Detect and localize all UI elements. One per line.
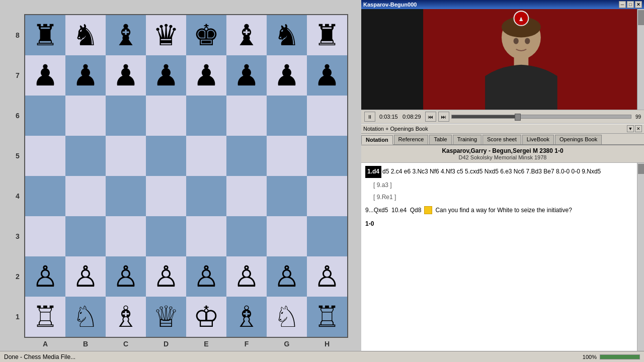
cell-a4[interactable] [25, 176, 65, 216]
cell-c7[interactable]: ♟ [106, 55, 146, 96]
chess-board[interactable]: ♜ ♞ ♝ ♛ ♚ ♝ ♞ ♜ ♟ ♟ ♟ ♟ ♟ ♟ ♟ ♟ [24, 14, 348, 338]
cell-g5[interactable] [267, 136, 307, 176]
cell-f4[interactable] [226, 176, 267, 216]
cell-c3[interactable] [106, 216, 146, 256]
cell-g4[interactable] [267, 176, 307, 216]
cell-g6[interactable] [267, 96, 307, 136]
cell-c4[interactable] [106, 176, 146, 216]
cell-g3[interactable] [267, 216, 307, 256]
cell-d3[interactable] [146, 216, 186, 256]
cell-d4[interactable] [146, 176, 186, 216]
cell-f7[interactable]: ♟ [226, 55, 267, 96]
tab-notation[interactable]: Notation [361, 135, 393, 145]
tab-reference[interactable]: Reference [394, 135, 429, 144]
video-scroll-thumb[interactable] [638, 10, 644, 25]
file-h: H [307, 340, 347, 348]
cell-d2[interactable]: ♙ [146, 256, 186, 297]
cell-b8[interactable]: ♞ [65, 15, 106, 55]
cell-f1[interactable]: ♗ [226, 297, 267, 337]
tab-scoresheet[interactable]: Score sheet [482, 135, 521, 144]
cell-a2[interactable]: ♙ [25, 256, 65, 297]
total-time: 0:08:29 [403, 114, 421, 120]
cell-a5[interactable] [25, 136, 65, 176]
cell-h3[interactable] [307, 216, 347, 256]
progress-thumb[interactable] [515, 114, 521, 121]
piece-pawn-black-b7: ♟ [72, 61, 99, 90]
cell-h7[interactable]: ♟ [307, 55, 347, 96]
cell-a3[interactable] [25, 216, 65, 256]
tab-openings-book[interactable]: Openings Book [555, 135, 602, 144]
cell-h8[interactable]: ♜ [307, 15, 347, 55]
notation-scrollbar[interactable] [637, 163, 644, 351]
cell-e1[interactable]: ♔ [186, 297, 226, 337]
restore-button[interactable]: □ [627, 1, 634, 8]
cell-c8[interactable]: ♝ [106, 15, 146, 55]
pause-button[interactable]: ⏸ [364, 112, 375, 122]
cell-h1[interactable]: ♖ [307, 297, 347, 337]
cell-g2[interactable]: ♙ [267, 256, 307, 297]
cell-g1[interactable]: ♘ [267, 297, 307, 337]
rank-5: 5 [13, 136, 22, 176]
cell-e2[interactable]: ♙ [186, 256, 226, 297]
notation-dropdown-button[interactable]: ▼ [627, 125, 634, 132]
piece-pawn-white-g2: ♙ [274, 262, 300, 291]
tab-training[interactable]: Training [453, 135, 481, 144]
cell-f5[interactable] [226, 136, 267, 176]
cell-h2[interactable]: ♙ [307, 256, 347, 297]
notation-close-button[interactable]: ✕ [635, 125, 642, 132]
cell-b6[interactable] [65, 96, 106, 136]
cell-e4[interactable] [186, 176, 226, 216]
cell-h6[interactable] [307, 96, 347, 136]
cell-e5[interactable] [186, 136, 226, 176]
cell-f3[interactable] [226, 216, 267, 256]
notation-content[interactable]: 1.d4 d5 2.c4 e6 3.Nc3 Nf6 4.Nf3 c5 5.cxd… [361, 163, 637, 351]
cell-b3[interactable] [65, 216, 106, 256]
cell-h5[interactable] [307, 136, 347, 176]
cell-d1[interactable]: ♕ [146, 297, 186, 337]
cell-a8[interactable]: ♜ [25, 15, 65, 55]
zoom-bar[interactable] [600, 354, 640, 359]
cell-a7[interactable]: ♟ [25, 55, 65, 96]
cell-f2[interactable]: ♙ [226, 256, 267, 297]
piece-pawn-black-c7: ♟ [113, 61, 139, 90]
cell-b4[interactable] [65, 176, 106, 216]
cell-b5[interactable] [65, 136, 106, 176]
forward-button[interactable]: ⏭ [438, 112, 449, 122]
cell-g8[interactable]: ♞ [267, 15, 307, 55]
move-1d4-highlight[interactable]: 1.d4 [365, 166, 381, 178]
cell-d6[interactable] [146, 96, 186, 136]
progress-bar[interactable] [451, 115, 631, 119]
rewind-button[interactable]: ⏮ [425, 112, 436, 122]
cell-f8[interactable]: ♝ [226, 15, 267, 55]
video-scrollbar[interactable] [637, 9, 644, 110]
cell-e7[interactable]: ♟ [186, 55, 226, 96]
cell-c6[interactable] [106, 96, 146, 136]
cell-e8[interactable]: ♚ [186, 15, 226, 55]
piece-pawn-black-h7: ♟ [314, 61, 340, 90]
cell-f6[interactable] [226, 96, 267, 136]
cell-c5[interactable] [106, 136, 146, 176]
cell-e6[interactable] [186, 96, 226, 136]
cell-d7[interactable]: ♟ [146, 55, 186, 96]
cell-b1[interactable]: ♘ [65, 297, 106, 337]
cell-c2[interactable]: ♙ [106, 256, 146, 297]
current-time: 0:03:15 [379, 114, 398, 120]
tab-livebook[interactable]: LiveBook [522, 135, 554, 144]
cell-e3[interactable] [186, 216, 226, 256]
cell-a1[interactable]: ♖ [25, 297, 65, 337]
cell-h4[interactable] [307, 176, 347, 216]
notation-scroll-thumb[interactable] [638, 164, 644, 174]
cell-a6[interactable] [25, 96, 65, 136]
tab-table[interactable]: Table [429, 135, 451, 144]
cell-b2[interactable]: ♙ [65, 256, 106, 297]
cell-d5[interactable] [146, 136, 186, 176]
cell-d8[interactable]: ♛ [146, 15, 186, 55]
cell-b7[interactable]: ♟ [65, 55, 106, 96]
close-button[interactable]: ✕ [635, 1, 642, 8]
piece-pawn-white-f2: ♙ [233, 262, 260, 291]
bottom-status: 100% [361, 351, 644, 362]
minimize-button[interactable]: ─ [619, 1, 626, 8]
cell-c1[interactable]: ♗ [106, 297, 146, 337]
title-bar: Kasparov-Begun000 ─ □ ✕ [361, 0, 644, 9]
cell-g7[interactable]: ♟ [267, 55, 307, 96]
